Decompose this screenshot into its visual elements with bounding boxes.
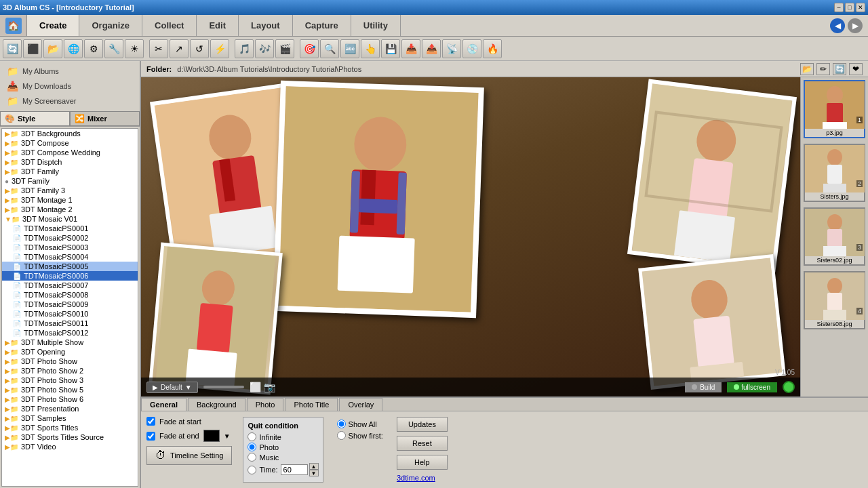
menu-tab-layout[interactable]: Layout	[239, 15, 293, 36]
fade-start-checkbox[interactable]	[146, 417, 155, 426]
tree-item-3dt-photo-show-6[interactable]: ▶📁 3DT Photo Show 6	[2, 394, 138, 404]
nav-my-downloads[interactable]: 📥 My Downloads	[3, 79, 137, 94]
tool-search[interactable]: 🔍	[320, 39, 339, 58]
music-radio[interactable]	[248, 453, 256, 462]
tool-export[interactable]: 💿	[462, 39, 481, 58]
tool-globe[interactable]: 🌐	[64, 39, 83, 58]
tool-cursor[interactable]: ↗	[170, 39, 189, 58]
tree-item-3dt-photo-show-5[interactable]: ▶📁 3DT Photo Show 5	[2, 385, 138, 394]
help-button[interactable]: Help	[397, 455, 448, 470]
build-button[interactable]: Build	[685, 382, 722, 392]
menu-tab-capture[interactable]: Capture	[293, 15, 351, 36]
tool-note[interactable]: 🎶	[255, 39, 274, 58]
tree-item-3dt-video[interactable]: ▶📁 3DT Video	[2, 442, 138, 451]
tool-download[interactable]: 📥	[401, 39, 420, 58]
tool-music[interactable]: 🎵	[235, 39, 254, 58]
show-first-radio[interactable]	[337, 431, 346, 440]
nav-my-screensaver[interactable]: 📁 My Screensaver	[3, 94, 137, 108]
minimize-button[interactable]: –	[834, 3, 844, 12]
menu-tab-edit[interactable]: Edit	[197, 15, 239, 36]
tree-item-3dt-compose[interactable]: ▶📁 3DT Compose	[2, 138, 138, 148]
home-button[interactable]: 🏠	[0, 15, 27, 36]
tree-item-3dt-photo-show[interactable]: ▶📁 3DT Photo Show	[2, 357, 138, 366]
tree-item-3dt-compose-wedding[interactable]: ▶📁 3DT Compose Wedding	[2, 148, 138, 157]
tree-item-3dt-family-1[interactable]: ▶📁 3DT Family	[2, 167, 138, 176]
folder-browse-button[interactable]: 📂	[800, 63, 814, 75]
tool-sun[interactable]: ☀	[125, 39, 144, 58]
tree-item-3dt-sports-titles-source[interactable]: ▶📁 3DT Sports Titles Source	[2, 432, 138, 442]
thumbnail-1[interactable]: 1 p3.jpg	[804, 80, 865, 138]
tree-item-tdtmosaicps0002[interactable]: 📄 TDTMosaicPS0002	[2, 233, 138, 243]
tree-item-tdtmosaicps0005[interactable]: 📄 TDTMosaicPS0005	[2, 262, 138, 271]
tree-item-3dt-montage-1[interactable]: ▶📁 3DT Montage 1	[2, 195, 138, 205]
tool-save[interactable]: 💾	[381, 39, 400, 58]
tree-item-tdtmosaicps0008[interactable]: 📄 TDTMosaicPS0008	[2, 290, 138, 300]
time-radio[interactable]	[248, 466, 256, 474]
tree-item-tdtmosaicps0007[interactable]: 📄 TDTMosaicPS0007	[2, 281, 138, 290]
tree-item-3dt-disptch[interactable]: ▶📁 3DT Disptch	[2, 157, 138, 167]
updates-button[interactable]: Updates	[397, 417, 448, 432]
tree-item-3dt-opening[interactable]: ▶📁 3DT Opening	[2, 347, 138, 357]
menu-tab-organize[interactable]: Organize	[79, 15, 142, 36]
tree-item-tdtmosaicps0011[interactable]: 📄 TDTMosaicPS0011	[2, 319, 138, 328]
tool-refresh[interactable]: ↺	[190, 39, 209, 58]
tree-item-3dt-samples[interactable]: ▶📁 3DT Samples	[2, 413, 138, 423]
mixer-button[interactable]: 🔀 Mixer	[70, 111, 140, 126]
nav-back-button[interactable]: ◀	[830, 18, 845, 33]
style-button[interactable]: 🎨 Style	[0, 111, 70, 126]
tab-general[interactable]: General	[141, 398, 186, 411]
close-button[interactable]: ✕	[856, 3, 865, 12]
tree-item-tdtmosaicps0003[interactable]: 📄 TDTMosaicPS0003	[2, 243, 138, 252]
spin-up-button[interactable]: ▲	[309, 463, 319, 470]
thumbnail-2[interactable]: 2 Sisters.jpg	[804, 144, 865, 202]
tool-open[interactable]: ⬛	[23, 39, 42, 58]
tool-crop[interactable]: ✂	[149, 39, 168, 58]
tab-overlay[interactable]: Overlay	[339, 398, 382, 411]
tab-photo[interactable]: Photo	[247, 398, 284, 411]
tree-item-3dt-photo-show-3[interactable]: ▶📁 3DT Photo Show 3	[2, 375, 138, 385]
tab-photo-title[interactable]: Photo Title	[285, 398, 338, 411]
tool-transfer[interactable]: 📤	[422, 39, 441, 58]
preview-slider[interactable]	[203, 386, 244, 388]
reset-button[interactable]: Reset	[397, 436, 448, 451]
menu-tab-utility[interactable]: Utility	[351, 15, 401, 36]
tree-item-3dt-multiple-show[interactable]: ▶📁 3DT Multiple Show	[2, 338, 138, 347]
tree-item-tdtmosaicps0004[interactable]: 📄 TDTMosaicPS0004	[2, 252, 138, 262]
maximize-button[interactable]: □	[845, 3, 854, 12]
timeline-setting-button[interactable]: ⏱ Timeline Setting	[146, 446, 232, 465]
tree-item-tdtmosaicps0010[interactable]: 📄 TDTMosaicPS0010	[2, 309, 138, 319]
tree-item-3dt-family-2[interactable]: ● 3DT Family	[2, 176, 138, 186]
tree-item-tdtmosaicps0012[interactable]: 📄 TDTMosaicPS0012	[2, 328, 138, 338]
tree-list[interactable]: ▶📁 3DT Backgrounds ▶📁 3DT Compose ▶📁 3DT…	[1, 128, 138, 487]
tool-burn[interactable]: 🔥	[483, 39, 502, 58]
photo-radio[interactable]	[248, 443, 256, 451]
tool-folder[interactable]: 📂	[43, 39, 62, 58]
folder-refresh-button[interactable]: 🔄	[833, 63, 846, 75]
infinite-radio[interactable]	[248, 432, 256, 441]
menu-tab-create[interactable]: Create	[27, 15, 79, 36]
time-value-input[interactable]	[281, 464, 308, 475]
nav-my-albums[interactable]: 📁 My Albums	[3, 64, 137, 79]
tree-item-3dt-presentation[interactable]: ▶📁 3DT Presentation	[2, 404, 138, 413]
folder-favorite-button[interactable]: ❤	[849, 63, 863, 75]
fullscreen-button[interactable]: fullscreen	[727, 382, 777, 392]
tree-item-3dt-photo-show-2[interactable]: ▶📁 3DT Photo Show 2	[2, 366, 138, 375]
tool-media[interactable]: 🎬	[275, 39, 294, 58]
thumbnail-4[interactable]: 4 Sisters08.jpg	[804, 271, 865, 329]
show-all-radio[interactable]	[337, 420, 346, 428]
tree-item-3dt-montage-2[interactable]: ▶📁 3DT Montage 2	[2, 205, 138, 214]
screen-icon[interactable]: ⬜	[250, 382, 261, 392]
default-button[interactable]: ▶ Default ▼	[146, 382, 198, 393]
tool-letter[interactable]: 🔤	[340, 39, 359, 58]
tool-pointer[interactable]: 👆	[361, 39, 380, 58]
spin-down-button[interactable]: ▼	[309, 470, 319, 476]
camera-icon[interactable]: 📷	[264, 382, 275, 392]
fade-end-checkbox[interactable]	[146, 432, 155, 441]
tree-item-3dt-backgrounds[interactable]: ▶📁 3DT Backgrounds	[2, 129, 138, 138]
tool-wrench[interactable]: 🔧	[104, 39, 123, 58]
tree-item-3dt-family-3[interactable]: ▶📁 3DT Family 3	[2, 186, 138, 195]
tool-new[interactable]: 🔄	[3, 39, 22, 58]
color-swatch[interactable]	[203, 430, 220, 442]
tool-share[interactable]: 📡	[442, 39, 461, 58]
tool-settings[interactable]: ⚙	[84, 39, 103, 58]
